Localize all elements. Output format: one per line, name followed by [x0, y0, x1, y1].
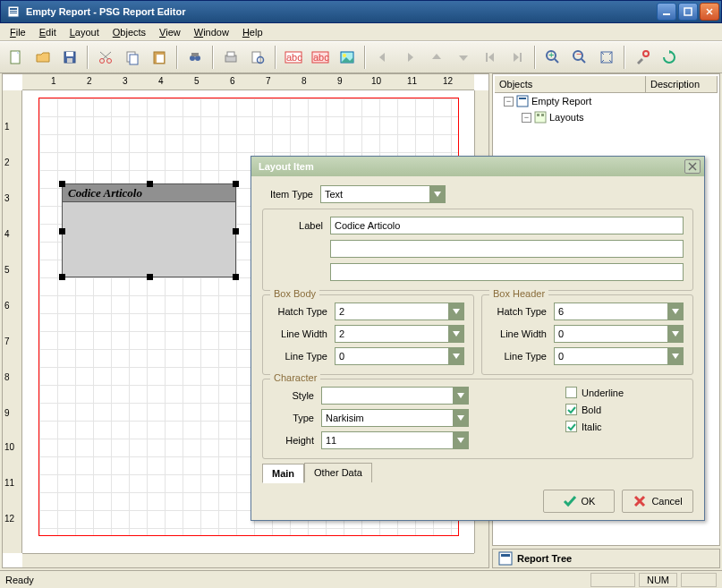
copy-icon[interactable] [120, 45, 145, 70]
app-icon [6, 4, 21, 19]
zoom-fit-icon[interactable] [594, 45, 619, 70]
svg-point-32 [343, 54, 346, 57]
layout-item-header: Codice Articolo [63, 184, 235, 202]
tab-main[interactable]: Main [262, 464, 304, 483]
status-bar: Ready NUM [0, 570, 722, 588]
svg-rect-46 [537, 114, 539, 116]
report-icon [516, 95, 529, 107]
save-icon[interactable] [57, 45, 82, 70]
scrollbar-horizontal[interactable] [22, 553, 474, 567]
arrow-first-icon[interactable] [478, 45, 503, 70]
tree-col-description[interactable]: Description [646, 76, 718, 92]
arrow-down-icon[interactable] [451, 45, 476, 70]
chevron-down-icon[interactable] [667, 325, 684, 343]
svg-point-42 [643, 51, 649, 56]
chevron-down-icon[interactable] [453, 387, 469, 405]
chevron-down-icon[interactable] [448, 325, 464, 343]
binoculars-icon[interactable] [183, 45, 208, 70]
chevron-down-icon[interactable] [667, 347, 684, 365]
item-type-field[interactable]: Text [320, 185, 429, 203]
menu-view[interactable]: View [153, 25, 187, 39]
svg-rect-4 [663, 13, 670, 15]
chevron-down-icon[interactable] [448, 347, 464, 365]
paste-icon[interactable] [147, 45, 172, 70]
italic-checkbox[interactable]: Italic [565, 421, 684, 432]
menu-bar: File Edit Layout Objects View Window Hel… [0, 23, 722, 41]
ok-button[interactable]: OK [543, 490, 615, 513]
print-icon[interactable] [218, 45, 243, 70]
arrow-up-icon[interactable] [424, 45, 449, 70]
svg-rect-24 [227, 52, 234, 56]
collapse-icon[interactable]: − [504, 97, 514, 107]
dialog-close-icon[interactable] [684, 159, 701, 174]
layout-item-box[interactable]: Codice Articolo [62, 183, 236, 277]
svg-text:abc: abc [286, 52, 302, 63]
menu-layout[interactable]: Layout [64, 25, 106, 39]
char-style-field[interactable] [321, 387, 453, 405]
zoom-in-icon[interactable]: + [540, 45, 565, 70]
svg-rect-43 [517, 96, 528, 107]
chevron-down-icon[interactable] [453, 409, 469, 427]
svg-rect-1 [10, 8, 17, 10]
tree-col-objects[interactable]: Objects [495, 76, 646, 92]
close-button[interactable] [700, 3, 719, 21]
cancel-button[interactable]: Cancel [622, 490, 693, 513]
tree-node-layouts[interactable]: − Layouts [495, 109, 718, 125]
tab-other-data[interactable]: Other Data [304, 463, 372, 482]
chevron-down-icon[interactable] [667, 303, 684, 320]
tree-node-root[interactable]: − Empty Report [495, 93, 718, 109]
new-icon[interactable] [4, 45, 29, 70]
header-hatch-type-field[interactable]: 6 [554, 303, 667, 320]
char-height-field[interactable]: 11 [321, 431, 453, 449]
chevron-down-icon[interactable] [429, 185, 446, 203]
maximize-button[interactable] [678, 3, 698, 21]
dialog-title: Layout Item [255, 161, 684, 172]
vertical-ruler: 1 2 3 4 5 6 7 8 9 10 11 12 [3, 90, 22, 553]
svg-rect-47 [541, 114, 544, 116]
text-abc-icon[interactable]: abc [281, 45, 306, 70]
report-tree-icon [498, 551, 513, 566]
cut-icon[interactable] [93, 45, 118, 70]
chevron-down-icon[interactable] [453, 431, 469, 449]
image-icon[interactable] [335, 45, 360, 70]
chevron-down-icon[interactable] [448, 303, 464, 320]
svg-rect-11 [67, 58, 72, 63]
arrow-left-icon[interactable] [370, 45, 395, 70]
header-line-width-field[interactable]: 0 [554, 325, 667, 343]
open-icon[interactable] [30, 45, 55, 70]
text-abc2-icon[interactable]: abc [308, 45, 333, 70]
body-line-width-field[interactable]: 2 [335, 325, 448, 343]
arrow-right-icon[interactable] [397, 45, 422, 70]
body-line-type-field[interactable]: 0 [335, 347, 448, 365]
arrow-last-icon[interactable] [505, 45, 530, 70]
char-type-field[interactable]: Narkisim [321, 409, 453, 427]
svg-rect-34 [520, 53, 522, 62]
label-label: Label [272, 220, 330, 231]
tools-icon[interactable] [630, 45, 655, 70]
svg-rect-49 [501, 554, 510, 557]
dialog-titlebar[interactable]: Layout Item [251, 157, 704, 176]
menu-edit[interactable]: Edit [33, 25, 63, 39]
menu-objects[interactable]: Objects [106, 25, 152, 39]
zoom-out-icon[interactable]: − [567, 45, 592, 70]
label-field[interactable]: Codice Articolo [330, 217, 684, 234]
refresh-icon[interactable] [657, 45, 682, 70]
svg-rect-2 [10, 11, 17, 12]
underline-checkbox[interactable]: Underline [565, 387, 684, 398]
minimize-button[interactable] [657, 3, 676, 21]
label-field-2[interactable] [330, 240, 684, 258]
bold-checkbox[interactable]: Bold [565, 404, 684, 415]
label-field-3[interactable] [330, 263, 684, 281]
menu-help[interactable]: Help [236, 25, 269, 39]
svg-rect-45 [535, 112, 546, 123]
header-line-type-field[interactable]: 0 [554, 347, 667, 365]
body-hatch-type-field[interactable]: 2 [335, 303, 448, 320]
menu-file[interactable]: File [4, 25, 32, 39]
report-tree-tab[interactable]: Report Tree [492, 549, 720, 568]
svg-point-12 [100, 59, 105, 64]
svg-rect-22 [191, 53, 199, 56]
collapse-icon[interactable]: − [522, 113, 531, 123]
print-preview-icon[interactable] [245, 45, 270, 70]
menu-window[interactable]: Window [188, 25, 235, 39]
svg-rect-19 [157, 55, 164, 63]
